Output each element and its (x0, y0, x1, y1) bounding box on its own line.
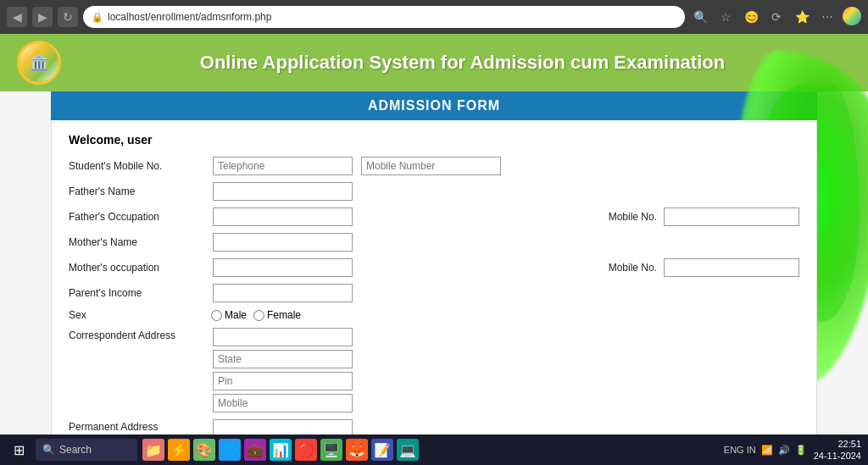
fathers-mobile-right: Mobile No. (598, 208, 799, 226)
correspondent-address-pin[interactable] (213, 372, 353, 390)
taskbar-icon-7[interactable]: 🔴 (295, 439, 317, 461)
fathers-name-label: Father's Name (69, 185, 204, 197)
student-mobile-row: Student's Mobile No. (69, 157, 799, 175)
fathers-mobile-input[interactable] (664, 208, 799, 226)
mothers-occupation-left: Mother's occupation (69, 258, 437, 277)
sex-male-label: Male (225, 309, 247, 321)
menu-icon-btn[interactable]: ⋯ (817, 7, 837, 27)
reload-button[interactable]: ↻ (58, 7, 78, 27)
permanent-address-line1[interactable] (213, 419, 353, 435)
taskbar-icon-4[interactable]: 🌐 (219, 439, 241, 461)
taskbar-icon-1[interactable]: 📁 (142, 439, 164, 461)
student-mobile-label: Student's Mobile No. (69, 160, 204, 172)
tray-wifi: 📶 (761, 445, 773, 456)
form-header: ADMISSION FORM (51, 91, 817, 120)
telephone-input[interactable] (213, 157, 353, 175)
bookmark-icon-btn[interactable]: ⭐ (792, 7, 812, 27)
back-button[interactable]: ◀ (7, 7, 27, 27)
fathers-mobile-label: Mobile No. (598, 211, 657, 223)
fathers-occupation-row: Father's Occupation Mobile No. (69, 208, 799, 226)
correspondent-address-fields (213, 328, 353, 412)
mothers-mobile-right: Mobile No. (598, 258, 799, 277)
mothers-mobile-label: Mobile No. (598, 262, 657, 274)
permanent-address-fields (213, 419, 353, 435)
site-title: Online Application System for Admission … (74, 52, 851, 74)
sex-female-radio[interactable] (253, 310, 264, 321)
system-tray: ENG IN 📶 🔊 🔋 (724, 445, 807, 456)
correspondent-address-line1[interactable] (213, 328, 353, 346)
taskbar-icon-9[interactable]: 🦊 (346, 439, 368, 461)
sex-male-radio[interactable] (211, 310, 222, 321)
tray-lang: ENG IN (724, 445, 756, 455)
sex-female-label: Female (267, 309, 301, 321)
address-bar[interactable]: 🔒 localhost/enrollment/admsnform.php (83, 6, 685, 28)
sex-label: Sex (69, 309, 204, 321)
search-bar[interactable]: 🔍 Search (36, 439, 137, 461)
clock-date: 24-11-2024 (814, 450, 861, 462)
fathers-occupation-left: Father's Occupation (69, 208, 437, 226)
browser-favicon (843, 7, 861, 25)
taskbar-icons: 📁 ⚡ 🎨 🌐 💼 📊 🔴 🖥️ 🦊 📝 💻 (142, 439, 419, 461)
mothers-occupation-input[interactable] (213, 258, 353, 277)
mothers-name-label: Mother's Name (69, 236, 204, 248)
tray-volume: 🔊 (778, 445, 790, 456)
time-display: 22:51 24-11-2024 (814, 438, 861, 462)
taskbar-icon-3[interactable]: 🎨 (193, 439, 215, 461)
url-text: localhost/enrollment/admsnform.php (108, 11, 271, 23)
mothers-occupation-row: Mother's occupation Mobile No. (69, 258, 799, 277)
mothers-occupation-label: Mother's occupation (69, 262, 204, 274)
correspondent-address-label: Correspondent Address (69, 328, 204, 341)
parents-income-input[interactable] (213, 284, 353, 302)
tray-battery: 🔋 (795, 445, 807, 456)
taskbar: ⊞ 🔍 Search 📁 ⚡ 🎨 🌐 💼 📊 🔴 🖥️ 🦊 📝 💻 ENG IN… (0, 435, 868, 465)
fathers-name-input[interactable] (213, 182, 353, 201)
search-icon-btn[interactable]: 🔍 (690, 7, 710, 27)
taskbar-right: ENG IN 📶 🔊 🔋 22:51 24-11-2024 (724, 438, 861, 462)
permanent-address-section: Permanent Address (69, 419, 799, 435)
star-icon-btn[interactable]: ☆ (715, 7, 736, 27)
mothers-name-input[interactable] (213, 233, 353, 252)
correspondent-address-state[interactable] (213, 350, 353, 368)
sex-female-option[interactable]: Female (253, 309, 301, 321)
site-logo: 🏛️ (17, 41, 61, 85)
permanent-address-label: Permanent Address (69, 419, 204, 433)
sex-row: Sex Male Female (69, 309, 799, 321)
browser-chrome: ◀ ▶ ↻ 🔒 localhost/enrollment/admsnform.p… (0, 0, 868, 34)
mobile-number-input[interactable] (361, 157, 501, 175)
search-icon: 🔍 (42, 444, 55, 456)
fathers-occupation-label: Father's Occupation (69, 211, 204, 223)
correspondent-address-mobile[interactable] (213, 394, 353, 412)
taskbar-icon-11[interactable]: 💻 (397, 439, 419, 461)
browser-actions: 🔍 ☆ 😊 ⟳ ⭐ ⋯ (690, 7, 861, 27)
fathers-occupation-input[interactable] (213, 208, 353, 226)
correspondent-address-section: Correspondent Address (69, 328, 799, 412)
mothers-name-row: Mother's Name (69, 233, 799, 252)
form-container: Welcome, user Student's Mobile No. Fathe… (51, 120, 817, 435)
clock-time: 22:51 (814, 438, 861, 450)
sex-male-option[interactable]: Male (211, 309, 247, 321)
taskbar-icon-6[interactable]: 📊 (270, 439, 292, 461)
search-text: Search (59, 444, 92, 456)
smiley-icon-btn[interactable]: 😊 (741, 7, 761, 27)
lock-icon: 🔒 (92, 12, 103, 23)
form-title: ADMISSION FORM (368, 98, 500, 113)
mothers-mobile-input[interactable] (664, 258, 799, 277)
taskbar-icon-10[interactable]: 📝 (371, 439, 393, 461)
taskbar-icon-8[interactable]: 🖥️ (320, 439, 342, 461)
parents-income-row: Parent's Income (69, 284, 799, 302)
taskbar-icon-2[interactable]: ⚡ (168, 439, 190, 461)
forward-button[interactable]: ▶ (32, 7, 53, 27)
page-wrapper: 🏛️ Online Application System for Admissi… (0, 34, 868, 435)
site-header: 🏛️ Online Application System for Admissi… (0, 34, 868, 91)
parents-income-label: Parent's Income (69, 287, 204, 299)
windows-start-button[interactable]: ⊞ (7, 438, 31, 462)
taskbar-icon-5[interactable]: 💼 (244, 439, 266, 461)
refresh-icon-btn[interactable]: ⟳ (766, 7, 787, 27)
fathers-name-row: Father's Name (69, 182, 799, 201)
welcome-text: Welcome, user (69, 133, 799, 147)
